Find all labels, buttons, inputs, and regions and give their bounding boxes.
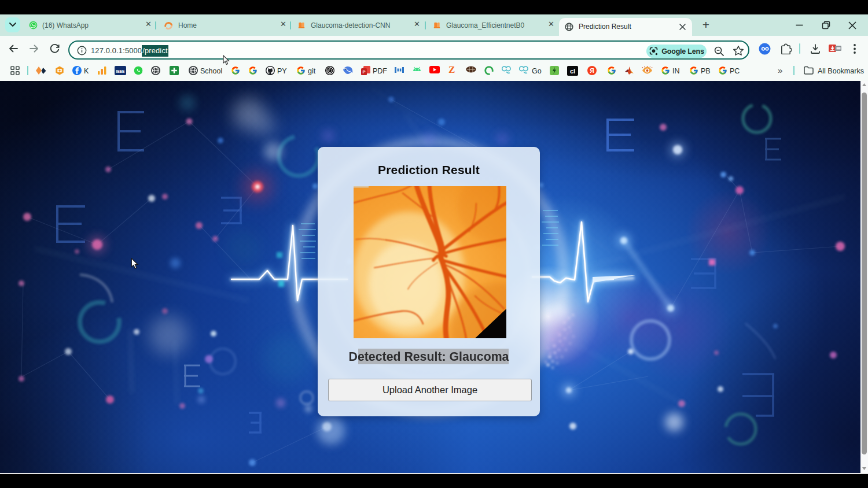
- svg-text:P: P: [362, 69, 365, 75]
- svg-text:cl: cl: [570, 68, 575, 75]
- svg-text:IEEE: IEEE: [116, 69, 125, 73]
- svg-text:Я: Я: [590, 67, 594, 74]
